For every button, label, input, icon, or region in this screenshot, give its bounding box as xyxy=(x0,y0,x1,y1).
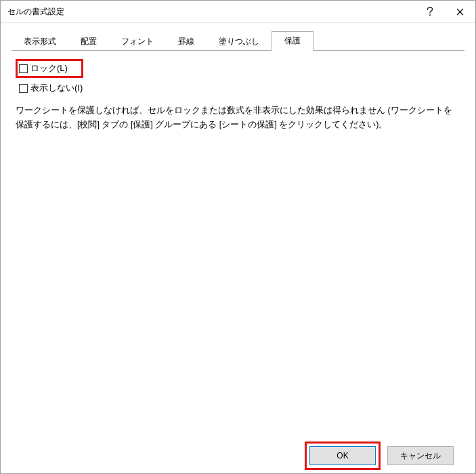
ok-button[interactable]: OK xyxy=(309,446,376,465)
help-icon xyxy=(427,7,433,16)
hide-checkbox-row[interactable]: 表示しない(I) xyxy=(19,82,460,94)
tab-strip: 表示形式 配置 フォント 罫線 塗りつぶし 保護 xyxy=(12,31,464,51)
tab-protection[interactable]: 保護 xyxy=(272,31,313,51)
tab-fill[interactable]: 塗りつぶし xyxy=(207,33,272,51)
close-icon xyxy=(456,8,464,16)
dialog-body: 表示形式 配置 フォント 罫線 塗りつぶし 保護 ロック(L) xyxy=(1,23,475,473)
close-button[interactable] xyxy=(445,1,475,22)
tab-border[interactable]: 罫線 xyxy=(166,33,207,51)
annotation-highlight-lock: ロック(L) xyxy=(16,59,83,78)
lock-checkbox[interactable] xyxy=(19,64,28,73)
protection-description: ワークシートを保護しなければ、セルをロックまたは数式を非表示にした効果は得られま… xyxy=(16,104,460,133)
help-button[interactable] xyxy=(414,1,445,22)
lock-checkbox-label: ロック(L) xyxy=(30,62,68,74)
tab-alignment[interactable]: 配置 xyxy=(68,33,109,51)
tab-format[interactable]: 表示形式 xyxy=(12,33,68,51)
hide-checkbox[interactable] xyxy=(19,84,28,93)
hide-checkbox-label: 表示しない(I) xyxy=(30,82,83,94)
tab-content-protection: ロック(L) 表示しない(I) ワークシートを保護しなければ、セルをロックまたは… xyxy=(12,51,464,438)
dialog-window: セルの書式設定 表示形式 配置 フォント 罫線 塗りつぶし 保護 xyxy=(0,0,476,474)
cancel-button[interactable]: キャンセル xyxy=(387,446,454,465)
dialog-buttons: OK キャンセル xyxy=(12,438,464,473)
titlebar: セルの書式設定 xyxy=(1,1,475,23)
annotation-highlight-ok: OK xyxy=(305,441,381,470)
window-title: セルの書式設定 xyxy=(7,6,414,18)
svg-point-0 xyxy=(429,14,431,16)
tab-font[interactable]: フォント xyxy=(109,33,166,51)
lock-checkbox-row[interactable]: ロック(L) xyxy=(19,62,68,74)
